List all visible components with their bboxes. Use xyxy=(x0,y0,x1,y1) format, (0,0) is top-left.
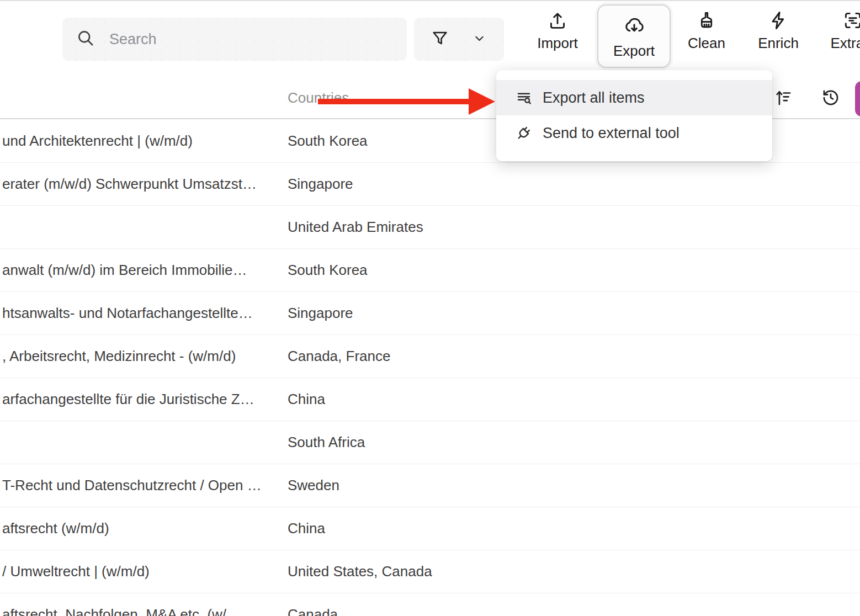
row-countries: South Africa xyxy=(288,421,365,464)
enrich-label: Enrich xyxy=(758,36,799,50)
export-dropdown-menu: Export all items Send to external tool xyxy=(496,70,772,161)
table-row[interactable]: United Arab Emirates xyxy=(0,205,860,249)
row-title: aftsrecht (w/m/d) xyxy=(2,507,278,550)
menu-item-export-all-items[interactable]: Export all items xyxy=(496,80,772,115)
row-title: / Umweltrecht | (w/m/d) xyxy=(2,550,278,593)
table-row[interactable]: erater (m/w/d) Schwerpunkt Umsatzst… Sin… xyxy=(0,162,860,206)
row-countries: Singapore xyxy=(288,162,353,205)
enrich-button[interactable]: Enrich xyxy=(746,10,810,50)
table-row[interactable]: , Arbeitsrecht, Medizinrecht - (w/m/d) C… xyxy=(0,334,860,378)
funnel-icon xyxy=(431,29,449,49)
countries-column-header[interactable]: Countries xyxy=(288,89,349,107)
clean-button[interactable]: Clean xyxy=(675,10,739,50)
row-countries: Canada xyxy=(288,593,338,616)
table-row[interactable]: arfachangestellte für die Juristische Z…… xyxy=(0,378,860,421)
scan-text-icon xyxy=(842,10,860,31)
cloud-download-icon xyxy=(623,14,645,39)
table-row[interactable]: htsanwalts- und Notarfachangestellte… Si… xyxy=(0,291,860,335)
search-icon xyxy=(76,29,95,50)
table-row[interactable]: T-Recht und Datenschutzrecht / Open … Sw… xyxy=(0,464,860,507)
row-title: aftsrecht, Nachfolgen, M&A etc. (w/ xyxy=(2,593,278,616)
row-countries: South Korea xyxy=(288,119,368,162)
upload-icon xyxy=(547,10,568,31)
search-box[interactable] xyxy=(62,18,407,61)
row-countries: United Arab Emirates xyxy=(288,205,423,248)
menu-item-send-to-external-tool[interactable]: Send to external tool xyxy=(496,115,772,151)
row-title: arfachangestellte für die Juristische Z… xyxy=(2,378,278,421)
row-title: und Architektenrecht | (w/m/d) xyxy=(2,119,278,162)
extract-label: Extract xyxy=(831,36,860,50)
row-title xyxy=(2,205,278,248)
extract-button[interactable]: Extract xyxy=(821,10,860,50)
row-countries: Canada, France xyxy=(288,334,390,378)
row-title xyxy=(2,421,278,464)
accent-pill-button[interactable] xyxy=(855,81,860,116)
sort-icon xyxy=(774,99,793,109)
menu-item-label: Export all items xyxy=(543,89,645,107)
filter-button[interactable] xyxy=(414,18,504,61)
row-title: htsanwalts- und Notarfachangestellte… xyxy=(2,291,278,334)
table-row[interactable]: anwalt (m/w/d) im Bereich Immobilie… Sou… xyxy=(0,248,860,292)
row-title: anwalt (m/w/d) im Bereich Immobilie… xyxy=(2,248,278,291)
top-divider xyxy=(0,0,860,1)
brush-icon xyxy=(696,10,717,31)
row-countries: China xyxy=(288,507,325,550)
row-countries: Singapore xyxy=(288,291,353,334)
history-icon xyxy=(821,99,840,109)
row-title: , Arbeitsrecht, Medizinrecht - (w/m/d) xyxy=(2,334,278,378)
table-row[interactable]: aftsrecht (w/m/d) China xyxy=(0,507,860,550)
export-label: Export xyxy=(613,44,655,58)
row-countries: Sweden xyxy=(288,464,339,507)
chevron-down-icon xyxy=(472,31,487,48)
import-label: Import xyxy=(537,36,578,50)
sort-button[interactable] xyxy=(774,88,793,107)
plug-icon xyxy=(515,124,533,142)
row-title: erater (m/w/d) Schwerpunkt Umsatzst… xyxy=(2,162,278,205)
row-title: T-Recht und Datenschutzrecht / Open … xyxy=(2,464,278,507)
import-button[interactable]: Import xyxy=(525,10,590,50)
table-row[interactable]: South Africa xyxy=(0,421,860,464)
table-row[interactable]: / Umweltrecht | (w/m/d) United States, C… xyxy=(0,550,860,593)
table-row[interactable]: aftsrecht, Nachfolgen, M&A etc. (w/ Cana… xyxy=(0,593,860,616)
app-screen: Import Export Clean Enrich xyxy=(0,0,860,616)
row-countries: United States, Canada xyxy=(288,550,432,593)
clean-label: Clean xyxy=(688,36,725,50)
lightning-icon xyxy=(768,10,789,31)
row-countries: China xyxy=(288,378,325,421)
row-countries: South Korea xyxy=(288,248,368,291)
export-button[interactable]: Export xyxy=(597,4,671,68)
list-search-icon xyxy=(515,89,533,107)
history-button[interactable] xyxy=(821,88,840,107)
search-input[interactable] xyxy=(108,30,375,49)
menu-item-label: Send to external tool xyxy=(543,125,679,142)
